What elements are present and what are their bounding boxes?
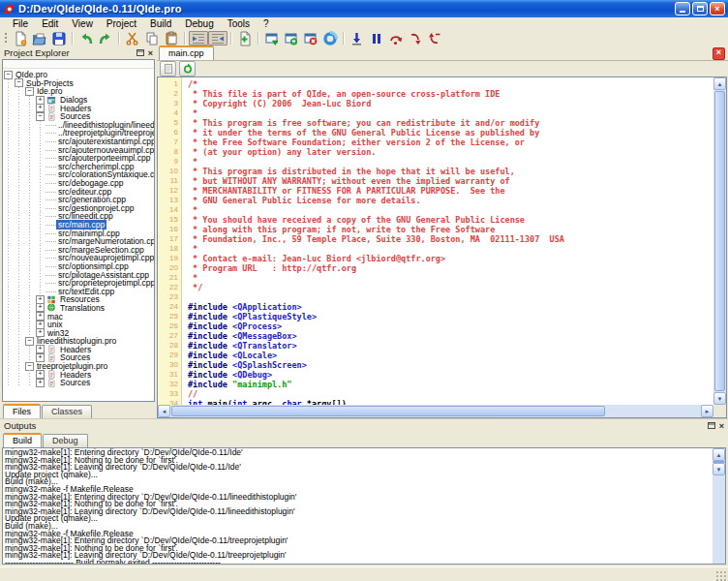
tree-guide bbox=[3, 279, 14, 288]
open-file-button[interactable] bbox=[30, 31, 49, 46]
editor-vertical-scrollbar[interactable]: ▲ ▼ bbox=[713, 77, 726, 405]
tree-expand-toggle[interactable]: − bbox=[3, 71, 14, 79]
menu-debug[interactable]: Debug bbox=[178, 18, 220, 29]
stop-build-button[interactable] bbox=[301, 31, 320, 46]
line-number: 29 bbox=[158, 351, 181, 360]
tree-branch-line bbox=[46, 275, 56, 276]
code-text: * Foundation, Inc., 59 Temple Place, Sui… bbox=[181, 234, 564, 244]
tab-build[interactable]: Build bbox=[3, 433, 42, 447]
tree-guide bbox=[3, 170, 14, 179]
tree-guide bbox=[3, 212, 14, 221]
tree-guide bbox=[35, 254, 46, 262]
document-button[interactable] bbox=[160, 61, 176, 76]
window-title: D:/Dev/QIde/QIde-0.11/QIde.pro bbox=[18, 3, 673, 15]
code-line: 3 * Copyright (C) 2006 Jean-Luc Biord bbox=[158, 99, 713, 108]
build-output[interactable]: mingw32-make[1]: Entering directory `D:/… bbox=[3, 448, 713, 564]
step-out-button[interactable] bbox=[425, 31, 444, 46]
code-text: #include <QProcess> bbox=[181, 321, 282, 331]
output-scroll-up-icon[interactable]: ▲ bbox=[713, 448, 725, 461]
tree-item[interactable]: +unix bbox=[3, 321, 154, 329]
menu-edit[interactable]: Edit bbox=[35, 18, 65, 29]
save-file-button[interactable] bbox=[49, 31, 69, 46]
menu-?[interactable]: ? bbox=[257, 18, 276, 29]
tree-expand-toggle[interactable]: + bbox=[35, 328, 46, 337]
undo-button[interactable] bbox=[76, 31, 96, 46]
tab-classes[interactable]: Classes bbox=[42, 405, 92, 418]
line-number: 6 bbox=[158, 128, 181, 138]
debug-pause-button[interactable] bbox=[367, 31, 386, 46]
float-panel-icon[interactable] bbox=[136, 49, 144, 56]
add-file-button[interactable] bbox=[235, 31, 255, 46]
tree-expand-toggle[interactable]: − bbox=[24, 337, 35, 346]
tree-guide bbox=[14, 362, 24, 371]
debug-continue-button[interactable] bbox=[348, 31, 367, 46]
menu-tools[interactable]: Tools bbox=[221, 18, 257, 29]
tree-item[interactable]: −Sub-Projects bbox=[3, 79, 154, 88]
output-scroll-down-icon[interactable]: ▼ bbox=[713, 463, 725, 475]
close-outputs-icon[interactable]: × bbox=[719, 422, 724, 430]
unindent-button[interactable] bbox=[208, 31, 228, 46]
scroll-up-icon[interactable]: ▲ bbox=[713, 77, 726, 90]
code-text: * bbox=[181, 273, 197, 283]
close-panel-icon[interactable]: × bbox=[148, 49, 153, 57]
output-vertical-scrollbar[interactable]: ▲ ▼ bbox=[713, 448, 725, 564]
code-editor[interactable]: 1/*2 * This file is part of QIde, an ope… bbox=[157, 76, 727, 418]
redo-button[interactable] bbox=[96, 31, 115, 46]
tab-files[interactable]: Files bbox=[3, 404, 41, 418]
tree-expand-toggle[interactable]: − bbox=[24, 87, 35, 96]
indent-button[interactable] bbox=[189, 31, 208, 46]
code-line: 18 * bbox=[158, 244, 713, 254]
tree-connector bbox=[46, 262, 56, 271]
scroll-right-icon[interactable]: ► bbox=[701, 405, 713, 417]
editor-vscroll-thumb[interactable] bbox=[714, 91, 725, 391]
maximize-button[interactable] bbox=[692, 2, 708, 15]
editor-hscroll-track[interactable] bbox=[606, 405, 701, 417]
tree-guide bbox=[24, 254, 35, 262]
scroll-down-icon[interactable]: ▼ bbox=[713, 392, 726, 405]
cut-button[interactable] bbox=[123, 31, 142, 46]
title-bar[interactable]: D:/Dev/QIde/QIde-0.11/QIde.pro × bbox=[0, 0, 728, 17]
close-button[interactable]: × bbox=[710, 2, 725, 15]
code-area[interactable]: 1/*2 * This file is part of QIde, an ope… bbox=[158, 77, 713, 405]
resize-grip[interactable] bbox=[715, 570, 727, 581]
tree-expand-toggle[interactable]: − bbox=[24, 362, 35, 371]
build-button[interactable] bbox=[262, 31, 282, 46]
menu-build[interactable]: Build bbox=[143, 18, 178, 29]
tab-main-cpp[interactable]: main.cpp bbox=[159, 46, 214, 60]
editor-horizontal-scrollbar[interactable]: ◄ ► bbox=[158, 405, 713, 417]
tree-expand-toggle[interactable]: − bbox=[14, 79, 24, 88]
tree-expand-toggle[interactable]: − bbox=[35, 112, 46, 121]
menu-project[interactable]: Project bbox=[100, 18, 143, 29]
menu-file[interactable]: File bbox=[6, 18, 35, 29]
minimize-button[interactable] bbox=[675, 2, 690, 15]
reload-button[interactable] bbox=[179, 61, 196, 76]
step-over-button[interactable] bbox=[386, 31, 406, 46]
paste-button[interactable] bbox=[162, 31, 181, 46]
tree-item[interactable]: +mac bbox=[3, 312, 154, 321]
toolbar-drag-handle[interactable] bbox=[4, 32, 9, 45]
step-into-button[interactable] bbox=[406, 31, 425, 46]
float-outputs-icon[interactable] bbox=[708, 422, 715, 429]
menu-view[interactable]: View bbox=[65, 18, 100, 29]
tab-debug[interactable]: Debug bbox=[43, 434, 88, 447]
outputs-panel: Outputs × Build Debug mingw32-make[1]: E… bbox=[0, 418, 728, 566]
tree-guide bbox=[3, 353, 14, 362]
close-tab-button[interactable]: × bbox=[713, 47, 725, 60]
tree-guide bbox=[14, 212, 24, 221]
tree-item[interactable]: +Sources bbox=[3, 379, 154, 387]
project-tree[interactable]: −QIde.pro−Sub-Projects−Ide.pro+Dialogs+H… bbox=[3, 69, 154, 401]
scroll-left-icon[interactable]: ◄ bbox=[158, 405, 170, 417]
collapse-minus-icon: − bbox=[25, 337, 34, 346]
tree-guide bbox=[14, 112, 24, 121]
editor-hscroll-thumb[interactable] bbox=[171, 406, 605, 416]
rebuild-button[interactable] bbox=[282, 31, 301, 46]
tree-expand-toggle[interactable]: + bbox=[35, 379, 46, 387]
new-file-button[interactable] bbox=[11, 31, 30, 46]
tree-guide bbox=[14, 154, 24, 163]
tree-expand-toggle[interactable]: + bbox=[35, 353, 46, 362]
copy-button[interactable] bbox=[142, 31, 162, 46]
tree-item-label: Sources bbox=[58, 378, 92, 387]
code-line: 27#include <QMessageBox> bbox=[158, 331, 713, 341]
tree-item[interactable]: +Translations bbox=[3, 304, 154, 313]
run-button[interactable] bbox=[320, 31, 340, 46]
